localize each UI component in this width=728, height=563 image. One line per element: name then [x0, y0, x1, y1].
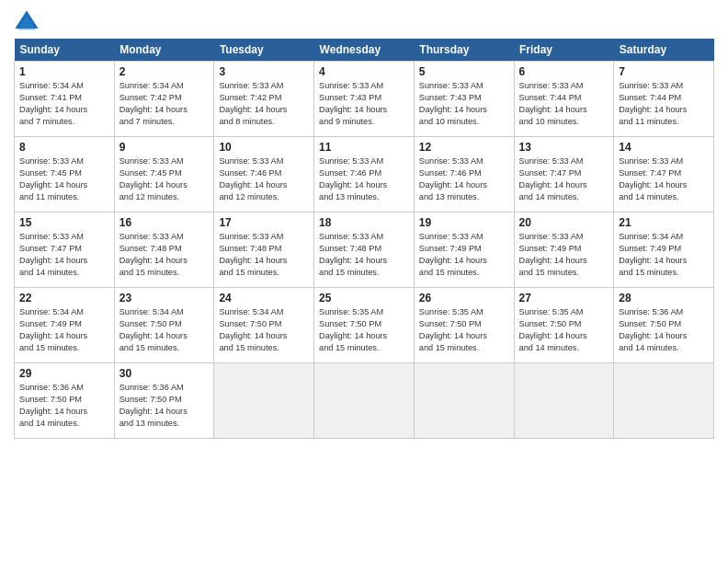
day-number: 13 — [519, 141, 609, 154]
day-number: 15 — [19, 216, 109, 229]
page: SundayMondayTuesdayWednesdayThursdayFrid… — [0, 0, 728, 563]
calendar-cell: 13Sunrise: 5:33 AM Sunset: 7:47 PM Dayli… — [514, 137, 614, 213]
day-number: 6 — [519, 65, 609, 78]
calendar-cell — [314, 363, 415, 439]
calendar-cell: 25Sunrise: 5:35 AM Sunset: 7:50 PM Dayli… — [314, 288, 415, 363]
calendar-cell: 24Sunrise: 5:34 AM Sunset: 7:50 PM Dayli… — [214, 288, 314, 363]
calendar-cell: 30Sunrise: 5:36 AM Sunset: 7:50 PM Dayli… — [114, 363, 214, 439]
day-info: Sunrise: 5:36 AM Sunset: 7:50 PM Dayligh… — [19, 383, 87, 428]
calendar-cell — [214, 363, 314, 439]
calendar-cell: 7Sunrise: 5:33 AM Sunset: 7:44 PM Daylig… — [614, 62, 714, 137]
calendar-cell: 28Sunrise: 5:36 AM Sunset: 7:50 PM Dayli… — [614, 288, 714, 363]
day-number: 12 — [419, 141, 509, 154]
calendar-week-row: 1Sunrise: 5:34 AM Sunset: 7:41 PM Daylig… — [15, 62, 714, 137]
calendar-cell: 26Sunrise: 5:35 AM Sunset: 7:50 PM Dayli… — [414, 288, 514, 363]
day-info: Sunrise: 5:34 AM Sunset: 7:50 PM Dayligh… — [119, 307, 188, 352]
calendar-cell: 18Sunrise: 5:33 AM Sunset: 7:48 PM Dayli… — [314, 213, 415, 288]
logo-icon — [14, 9, 40, 35]
logo — [14, 9, 43, 35]
weekday-header-saturday: Saturday — [614, 39, 714, 62]
calendar-week-row: 15Sunrise: 5:33 AM Sunset: 7:47 PM Dayli… — [15, 213, 714, 288]
calendar-cell: 6Sunrise: 5:33 AM Sunset: 7:44 PM Daylig… — [514, 62, 614, 137]
day-number: 7 — [619, 65, 709, 78]
day-info: Sunrise: 5:33 AM Sunset: 7:45 PM Dayligh… — [19, 156, 87, 201]
calendar-week-row: 29Sunrise: 5:36 AM Sunset: 7:50 PM Dayli… — [15, 363, 714, 439]
header — [14, 9, 714, 35]
day-number: 3 — [219, 65, 309, 78]
day-info: Sunrise: 5:36 AM Sunset: 7:50 PM Dayligh… — [619, 307, 687, 352]
day-info: Sunrise: 5:34 AM Sunset: 7:49 PM Dayligh… — [619, 232, 687, 277]
calendar-cell: 20Sunrise: 5:33 AM Sunset: 7:49 PM Dayli… — [514, 213, 614, 288]
day-number: 2 — [119, 65, 210, 78]
calendar-cell: 29Sunrise: 5:36 AM Sunset: 7:50 PM Dayli… — [15, 363, 115, 439]
calendar-cell: 15Sunrise: 5:33 AM Sunset: 7:47 PM Dayli… — [15, 213, 115, 288]
day-info: Sunrise: 5:34 AM Sunset: 7:49 PM Dayligh… — [19, 307, 87, 352]
calendar-week-row: 22Sunrise: 5:34 AM Sunset: 7:49 PM Dayli… — [15, 288, 714, 363]
day-number: 16 — [119, 216, 210, 229]
day-number: 27 — [519, 292, 609, 304]
day-number: 22 — [19, 292, 109, 304]
day-info: Sunrise: 5:33 AM Sunset: 7:47 PM Dayligh… — [619, 156, 687, 201]
calendar-cell: 21Sunrise: 5:34 AM Sunset: 7:49 PM Dayli… — [614, 213, 714, 288]
day-info: Sunrise: 5:33 AM Sunset: 7:48 PM Dayligh… — [119, 232, 188, 277]
day-info: Sunrise: 5:34 AM Sunset: 7:42 PM Dayligh… — [119, 81, 188, 126]
day-number: 17 — [219, 216, 309, 229]
day-number: 4 — [319, 65, 409, 78]
day-number: 20 — [519, 216, 609, 229]
calendar-cell: 11Sunrise: 5:33 AM Sunset: 7:46 PM Dayli… — [314, 137, 415, 213]
day-number: 9 — [119, 141, 210, 154]
weekday-header-sunday: Sunday — [15, 39, 115, 62]
day-number: 25 — [319, 292, 409, 304]
day-info: Sunrise: 5:33 AM Sunset: 7:48 PM Dayligh… — [219, 232, 287, 277]
calendar-cell: 23Sunrise: 5:34 AM Sunset: 7:50 PM Dayli… — [114, 288, 214, 363]
calendar-cell — [514, 363, 614, 439]
weekday-header-row: SundayMondayTuesdayWednesdayThursdayFrid… — [15, 39, 714, 62]
calendar-cell: 16Sunrise: 5:33 AM Sunset: 7:48 PM Dayli… — [114, 213, 214, 288]
calendar-cell: 5Sunrise: 5:33 AM Sunset: 7:43 PM Daylig… — [414, 62, 514, 137]
day-info: Sunrise: 5:33 AM Sunset: 7:43 PM Dayligh… — [419, 81, 487, 126]
day-info: Sunrise: 5:33 AM Sunset: 7:49 PM Dayligh… — [419, 232, 487, 277]
day-info: Sunrise: 5:33 AM Sunset: 7:42 PM Dayligh… — [219, 81, 287, 126]
day-info: Sunrise: 5:33 AM Sunset: 7:44 PM Dayligh… — [519, 81, 587, 126]
calendar-cell: 8Sunrise: 5:33 AM Sunset: 7:45 PM Daylig… — [15, 137, 115, 213]
weekday-header-friday: Friday — [514, 39, 614, 62]
day-number: 21 — [619, 216, 709, 229]
calendar-cell: 1Sunrise: 5:34 AM Sunset: 7:41 PM Daylig… — [15, 62, 115, 137]
calendar-cell — [414, 363, 514, 439]
day-number: 1 — [19, 65, 109, 78]
day-info: Sunrise: 5:34 AM Sunset: 7:41 PM Dayligh… — [19, 81, 87, 126]
calendar-table: SundayMondayTuesdayWednesdayThursdayFrid… — [14, 39, 714, 439]
calendar-cell: 10Sunrise: 5:33 AM Sunset: 7:46 PM Dayli… — [214, 137, 314, 213]
day-info: Sunrise: 5:36 AM Sunset: 7:50 PM Dayligh… — [119, 383, 188, 428]
calendar-cell: 22Sunrise: 5:34 AM Sunset: 7:49 PM Dayli… — [15, 288, 115, 363]
calendar-cell: 19Sunrise: 5:33 AM Sunset: 7:49 PM Dayli… — [414, 213, 514, 288]
calendar-week-row: 8Sunrise: 5:33 AM Sunset: 7:45 PM Daylig… — [15, 137, 714, 213]
calendar-cell: 3Sunrise: 5:33 AM Sunset: 7:42 PM Daylig… — [214, 62, 314, 137]
calendar-cell: 9Sunrise: 5:33 AM Sunset: 7:45 PM Daylig… — [114, 137, 214, 213]
day-number: 14 — [619, 141, 709, 154]
weekday-header-monday: Monday — [114, 39, 214, 62]
calendar-cell — [614, 363, 714, 439]
day-number: 11 — [319, 141, 409, 154]
day-info: Sunrise: 5:33 AM Sunset: 7:49 PM Dayligh… — [519, 232, 587, 277]
day-info: Sunrise: 5:33 AM Sunset: 7:46 PM Dayligh… — [319, 156, 387, 201]
day-number: 5 — [419, 65, 509, 78]
calendar-cell: 14Sunrise: 5:33 AM Sunset: 7:47 PM Dayli… — [614, 137, 714, 213]
day-info: Sunrise: 5:35 AM Sunset: 7:50 PM Dayligh… — [419, 307, 487, 352]
day-number: 19 — [419, 216, 509, 229]
day-info: Sunrise: 5:34 AM Sunset: 7:50 PM Dayligh… — [219, 307, 287, 352]
day-info: Sunrise: 5:33 AM Sunset: 7:46 PM Dayligh… — [419, 156, 487, 201]
day-info: Sunrise: 5:35 AM Sunset: 7:50 PM Dayligh… — [519, 307, 587, 352]
day-number: 18 — [319, 216, 409, 229]
day-number: 8 — [19, 141, 109, 154]
calendar-cell: 4Sunrise: 5:33 AM Sunset: 7:43 PM Daylig… — [314, 62, 415, 137]
weekday-header-tuesday: Tuesday — [214, 39, 314, 62]
day-info: Sunrise: 5:33 AM Sunset: 7:47 PM Dayligh… — [19, 232, 87, 277]
day-info: Sunrise: 5:33 AM Sunset: 7:45 PM Dayligh… — [119, 156, 188, 201]
day-number: 24 — [219, 292, 309, 304]
weekday-header-thursday: Thursday — [414, 39, 514, 62]
calendar-cell: 17Sunrise: 5:33 AM Sunset: 7:48 PM Dayli… — [214, 213, 314, 288]
calendar-cell: 27Sunrise: 5:35 AM Sunset: 7:50 PM Dayli… — [514, 288, 614, 363]
day-number: 10 — [219, 141, 309, 154]
day-number: 23 — [119, 292, 210, 304]
